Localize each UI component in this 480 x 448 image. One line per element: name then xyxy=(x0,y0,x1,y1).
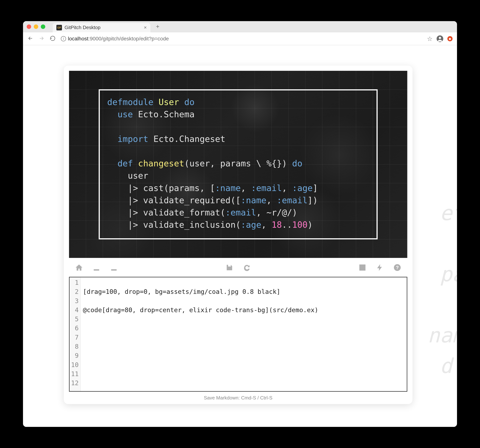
minimize-window-button[interactable] xyxy=(34,24,38,29)
code-block: defmodule User do use Ecto.Schema import… xyxy=(107,96,369,231)
addressbar: i localhost:9000/gitpitch/desktop/edit?p… xyxy=(23,32,457,45)
upload-button[interactable] xyxy=(110,263,118,272)
line-gutter: 1 2 3 4 5 6 7 8 9 10 11 12 xyxy=(70,277,81,391)
new-tab-button[interactable]: + xyxy=(156,23,160,30)
home-button[interactable] xyxy=(75,263,83,272)
toolbar: ? xyxy=(64,260,412,277)
url-input[interactable]: i localhost:9000/gitpitch/desktop/edit?p… xyxy=(61,36,422,42)
profile-avatar-icon[interactable] xyxy=(437,35,443,42)
background-code-decoration: et pa nam d( xyxy=(428,198,457,381)
bookmark-star-icon[interactable]: ☆ xyxy=(427,35,432,42)
forward-button[interactable] xyxy=(39,35,44,42)
url-port: :9000 xyxy=(88,36,101,41)
titlebar: GP GitPitch Desktop × + xyxy=(23,21,457,32)
status-hint: Save Markdown: Cmd-S / Ctrl-S xyxy=(64,392,412,401)
flash-button[interactable] xyxy=(376,263,384,272)
image-button[interactable] xyxy=(358,263,367,272)
tab-close-icon[interactable]: × xyxy=(144,25,147,30)
tab-title: GitPitch Desktop xyxy=(64,25,100,30)
svg-text:?: ? xyxy=(396,265,399,270)
page-content: et pa nam d( defmodule User do use Ecto.… xyxy=(23,45,457,427)
browser-window: GP GitPitch Desktop × + i localhost:9000… xyxy=(23,21,457,427)
reload-button[interactable] xyxy=(50,35,56,42)
markdown-editor[interactable]: 1 2 3 4 5 6 7 8 9 10 11 12 [drag=100, dr… xyxy=(69,277,407,392)
slide-preview[interactable]: defmodule User do use Ecto.Schema import… xyxy=(69,71,407,258)
download-button[interactable] xyxy=(92,263,100,272)
code-block-frame: defmodule User do use Ecto.Schema import… xyxy=(99,89,378,239)
browser-tab[interactable]: GP GitPitch Desktop × xyxy=(53,23,150,32)
refresh-button[interactable] xyxy=(243,263,251,272)
url-host: localhost xyxy=(68,36,88,41)
favicon-icon: GP xyxy=(56,25,62,30)
back-button[interactable] xyxy=(28,35,33,42)
traffic-lights xyxy=(27,24,45,29)
maximize-window-button[interactable] xyxy=(41,24,45,29)
svg-point-0 xyxy=(439,37,441,39)
url-path: /gitpitch/desktop/edit?p=code xyxy=(101,36,169,41)
save-button[interactable] xyxy=(225,263,233,272)
svg-point-1 xyxy=(360,266,362,267)
editor-textarea[interactable]: [drag=100, drop=0, bg=assets/img/coal.jp… xyxy=(81,277,407,391)
help-button[interactable]: ? xyxy=(393,263,401,272)
site-info-icon[interactable]: i xyxy=(61,36,66,41)
close-window-button[interactable] xyxy=(27,24,31,29)
gitpitch-app: defmodule User do use Ecto.Schema import… xyxy=(64,66,412,404)
extension-badge-icon[interactable]: ◆ xyxy=(447,36,452,41)
